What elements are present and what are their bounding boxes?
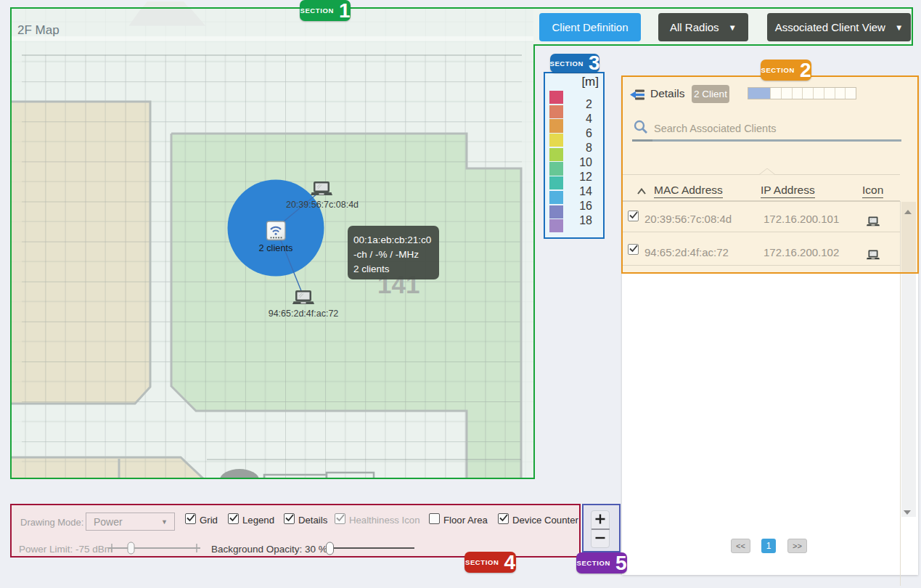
svg-text:20:39:56:7c:08:4d: 20:39:56:7c:08:4d [286,200,359,210]
svg-text:2 clients: 2 clients [259,242,293,253]
svg-text:94:65:2d:4f:ac:72: 94:65:2d:4f:ac:72 [269,309,339,319]
